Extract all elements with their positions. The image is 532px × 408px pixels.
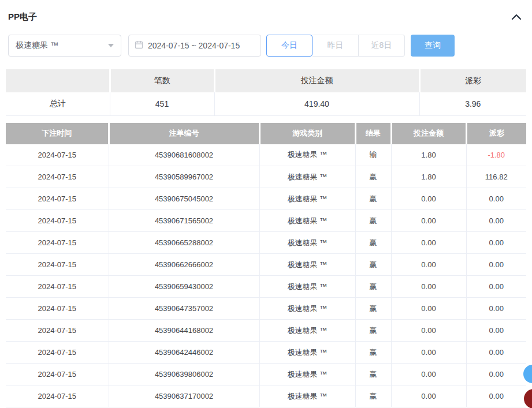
- detail-table-body: 2024-07-1545390681608002极速糖果 ™输1.80-1.80…: [6, 144, 526, 407]
- game-select[interactable]: 极速糖果 ™: [8, 35, 121, 57]
- table-row: 2024-07-1545390662666002极速糖果 ™赢0.000.00: [6, 254, 526, 276]
- cell-time: 2024-07-15: [6, 385, 109, 407]
- cell-result: 赢: [355, 254, 391, 276]
- cell-time: 2024-07-15: [6, 342, 109, 364]
- summary-total-label: 总计: [6, 92, 110, 115]
- chevron-up-icon: [511, 12, 522, 23]
- table-row: 2024-07-1545390675045002极速糖果 ™赢0.000.00: [6, 188, 526, 210]
- chevron-down-icon: [108, 44, 114, 47]
- filter-bar: 极速糖果 ™ 2024-07-15 ~ 2024-07-15 今日 昨日 近8日…: [8, 35, 526, 57]
- cell-time: 2024-07-15: [6, 232, 109, 254]
- cell-bet-amount: 1.80: [391, 144, 466, 166]
- cell-game: 极速糖果 ™: [259, 166, 355, 188]
- date-range-value: 2024-07-15 ~ 2024-07-15: [148, 41, 240, 50]
- cell-game: 极速糖果 ™: [259, 188, 355, 210]
- cell-bet-amount: 0.00: [391, 364, 466, 385]
- cell-bet-id: 45390659430002: [109, 276, 259, 298]
- cell-time: 2024-07-15: [6, 166, 109, 188]
- collapse-button[interactable]: [511, 12, 522, 23]
- cell-result: 赢: [355, 210, 391, 232]
- cell-game: 极速糖果 ™: [259, 276, 355, 298]
- cell-bet-id: 45390665288002: [109, 232, 259, 254]
- cell-payout: 0.00: [466, 364, 526, 385]
- cell-payout: 0.00: [466, 254, 526, 276]
- table-row: 2024-07-1545390639806002极速糖果 ™赢0.000.00: [6, 364, 526, 385]
- cell-game: 极速糖果 ™: [259, 210, 355, 232]
- date-range-input[interactable]: 2024-07-15 ~ 2024-07-15: [128, 35, 261, 57]
- cell-bet-amount: 1.80: [391, 166, 466, 188]
- detail-header-payout: 派彩: [466, 123, 526, 144]
- detail-header-time: 下注时间: [6, 123, 109, 144]
- summary-total-bet-amount: 419.40: [214, 92, 419, 115]
- cell-time: 2024-07-15: [6, 254, 109, 276]
- cell-bet-id: 45390671565002: [109, 210, 259, 232]
- summary-total-row: 总计 451 419.40 3.96: [6, 92, 526, 115]
- cell-game: 极速糖果 ™: [259, 298, 355, 320]
- cell-bet-amount: 0.00: [391, 254, 466, 276]
- cell-game: 极速糖果 ™: [259, 254, 355, 276]
- summary-total-payout: 3.96: [419, 92, 526, 115]
- summary-header-bet-amount: 投注金额: [214, 69, 419, 92]
- quick-range-last8days-button[interactable]: 近8日: [359, 35, 405, 57]
- summary-table: 笔数 投注金额 派彩 总计 451 419.40 3.96: [6, 69, 526, 116]
- cell-payout: 0.00: [466, 276, 526, 298]
- cell-result: 赢: [355, 364, 391, 385]
- cell-game: 极速糖果 ™: [259, 232, 355, 254]
- cell-bet-amount: 0.00: [391, 385, 466, 407]
- cell-time: 2024-07-15: [6, 320, 109, 342]
- cell-payout: 0.00: [466, 298, 526, 320]
- cell-bet-amount: 0.00: [391, 210, 466, 232]
- cell-bet-id: 45390644168002: [109, 320, 259, 342]
- cell-time: 2024-07-15: [6, 210, 109, 232]
- cell-bet-id: 45390639806002: [109, 364, 259, 385]
- bet-records-table: 下注时间 注单编号 游戏类别 结果 投注金额 派彩 2024-07-154539…: [6, 123, 526, 408]
- cell-result: 赢: [355, 188, 391, 210]
- calendar-icon: [135, 40, 143, 51]
- cell-time: 2024-07-15: [6, 364, 109, 385]
- cell-time: 2024-07-15: [6, 298, 109, 320]
- table-row: 2024-07-1545390589967002极速糖果 ™赢1.80116.8…: [6, 166, 526, 188]
- cell-game: 极速糖果 ™: [259, 144, 355, 166]
- cell-payout: 0.00: [466, 385, 526, 407]
- summary-header-row: 笔数 投注金额 派彩: [6, 69, 526, 92]
- detail-header-bet-id: 注单编号: [109, 123, 259, 144]
- cell-game: 极速糖果 ™: [259, 364, 355, 385]
- table-row: 2024-07-1545390642446002极速糖果 ™赢0.000.00: [6, 342, 526, 364]
- cell-result: 赢: [355, 385, 391, 407]
- cell-result: 赢: [355, 232, 391, 254]
- quick-range-yesterday-button[interactable]: 昨日: [312, 35, 359, 57]
- summary-header-count: 笔数: [110, 69, 214, 92]
- cell-result: 赢: [355, 342, 391, 364]
- cell-result: 输: [355, 144, 391, 166]
- table-row: 2024-07-1545390665288002极速糖果 ™赢0.000.00: [6, 232, 526, 254]
- cell-payout: -1.80: [466, 144, 526, 166]
- cell-bet-id: 45390642446002: [109, 342, 259, 364]
- cell-bet-amount: 0.00: [391, 320, 466, 342]
- cell-time: 2024-07-15: [6, 188, 109, 210]
- cell-bet-id: 45390589967002: [109, 166, 259, 188]
- cell-time: 2024-07-15: [6, 144, 109, 166]
- cell-bet-id: 45390675045002: [109, 188, 259, 210]
- cell-bet-id: 45390681608002: [109, 144, 259, 166]
- table-row: 2024-07-1545390637170002极速糖果 ™赢0.000.00: [6, 385, 526, 407]
- cell-bet-amount: 0.00: [391, 342, 466, 364]
- cell-game: 极速糖果 ™: [259, 342, 355, 364]
- table-row: 2024-07-1545390644168002极速糖果 ™赢0.000.00: [6, 320, 526, 342]
- table-row: 2024-07-1545390671565002极速糖果 ™赢0.000.00: [6, 210, 526, 232]
- detail-header-result: 结果: [355, 123, 391, 144]
- cell-result: 赢: [355, 166, 391, 188]
- summary-header-payout: 派彩: [419, 69, 526, 92]
- summary-total-count: 451: [110, 92, 214, 115]
- table-row: 2024-07-1545390647357002极速糖果 ™赢0.000.00: [6, 298, 526, 320]
- page-title: PP电子: [8, 12, 37, 23]
- search-button[interactable]: 查询: [411, 35, 455, 57]
- cell-bet-amount: 0.00: [391, 276, 466, 298]
- game-select-value: 极速糖果 ™: [16, 40, 58, 51]
- cell-result: 赢: [355, 276, 391, 298]
- detail-header-bet-amount: 投注金额: [391, 123, 466, 144]
- table-row: 2024-07-1545390681608002极速糖果 ™输1.80-1.80: [6, 144, 526, 166]
- summary-header-empty: [6, 69, 110, 92]
- cell-result: 赢: [355, 320, 391, 342]
- cell-payout: 116.82: [466, 166, 526, 188]
- quick-range-today-button[interactable]: 今日: [266, 35, 312, 57]
